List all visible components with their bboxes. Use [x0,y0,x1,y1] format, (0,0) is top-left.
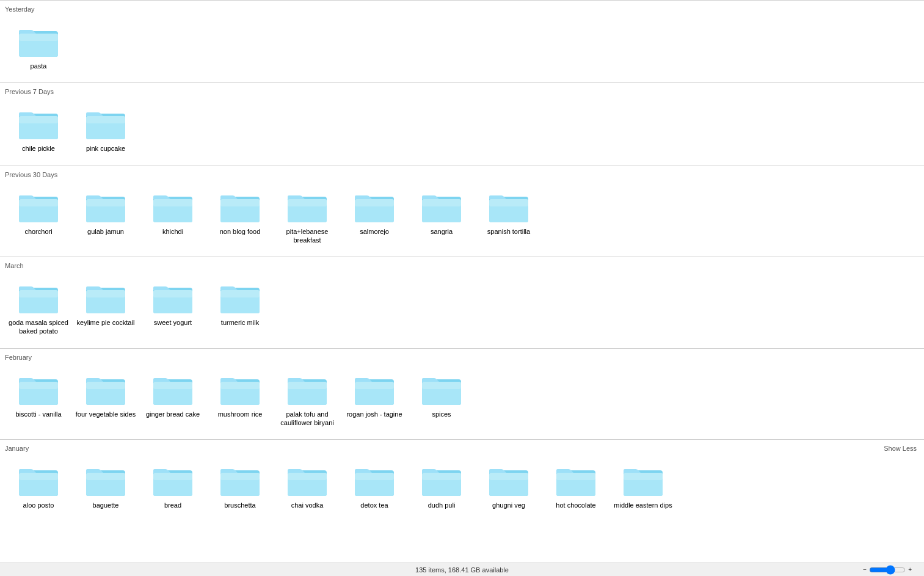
svg-rect-83 [355,473,394,480]
zoom-out-icon[interactable]: − [863,566,867,573]
folder-label: goda masala spiced baked potato [8,318,69,336]
folder-grid-previous30days: chorchorigulab jamunkhichdinon blog food… [0,181,924,257]
folder-item[interactable]: goda masala spiced baked potato [5,277,72,341]
folder-icon [85,191,126,225]
svg-rect-44 [220,290,260,297]
folder-icon [18,108,59,142]
folder-label: middle eastern dips [614,501,672,509]
folder-item[interactable]: mushroom rice [206,368,274,432]
folder-label: spices [432,410,451,418]
folder-item[interactable]: khichdi [139,186,206,250]
folder-icon [18,464,59,498]
folder-item[interactable]: pasta [5,20,72,75]
folder-label: gulab jamun [87,227,124,236]
section-header-march: March [0,261,924,272]
folder-label: chai vodka [291,501,324,509]
folder-item[interactable]: chile pickle [5,103,72,158]
folder-item[interactable]: salmorejo [341,186,408,250]
folder-item[interactable]: turmeric milk [206,277,274,341]
zoom-slider-area[interactable]: − + [863,565,912,575]
folder-label: keylime pie cocktail [77,318,135,327]
folder-icon [488,464,529,498]
folder-label: chorchori [24,227,52,236]
folder-item[interactable]: biscotti - vanilla [5,368,72,432]
folder-label: four vegetable sides [76,410,136,418]
folder-item[interactable]: chorchori [5,186,72,250]
folder-icon [421,464,462,498]
folder-item[interactable]: sweet yogurt [139,277,206,341]
folder-icon [219,191,261,225]
folder-item[interactable]: bruschetta [206,459,274,514]
folder-label: aloo posto [23,501,54,509]
folder-item[interactable]: chai vodka [274,459,341,514]
section-title-previous7days: Previous 7 Days [5,88,54,95]
folder-item[interactable]: pink cupcake [72,103,139,158]
folder-label: bread [164,501,181,509]
folder-grid-march: goda masala spiced baked potatokeylime p… [0,272,924,348]
folder-item[interactable]: bread [139,459,206,514]
folder-icon [421,373,462,407]
folder-item[interactable]: spices [408,368,475,432]
folder-item[interactable]: ghugni veg [475,459,542,514]
folder-icon [152,464,194,498]
folder-label: mushroom rice [218,410,263,418]
folder-grid-previous7days: chile picklepink cupcake [0,98,924,165]
zoom-slider[interactable] [869,565,906,575]
svg-rect-2 [19,34,58,41]
folder-item[interactable]: ginger bread cake [139,368,206,432]
section-previous7days: Previous 7 Dayschile picklepink cupcake [0,82,924,165]
folder-grid-january: aloo postobaguettebreadbruschettachai vo… [0,454,924,522]
folder-label: detox tea [360,501,388,509]
svg-rect-32 [489,199,528,206]
folder-icon [18,373,59,407]
folder-label: salmorejo [360,227,389,236]
folder-icon [488,191,529,225]
svg-rect-77 [220,473,260,480]
svg-rect-92 [556,473,595,480]
folder-icon [219,373,261,407]
folder-icon [286,191,328,225]
folder-item[interactable]: palak tofu and cauliflower biryani [274,368,341,432]
folder-item[interactable]: four vegetable sides [72,368,139,432]
svg-rect-59 [288,382,327,389]
section-title-february: February [5,354,32,361]
folder-item[interactable]: hot chocolate [542,459,609,514]
svg-rect-29 [422,199,461,206]
svg-rect-41 [153,290,192,297]
status-bar: 135 items, 168.41 GB available − + [0,563,924,576]
folder-icon [152,373,194,407]
folder-item[interactable]: middle eastern dips [609,459,677,514]
folder-item[interactable]: dudh puli [408,459,475,514]
folder-item[interactable]: pita+lebanese breakfast [274,186,341,250]
show-less-button-january[interactable]: Show Less [884,445,917,452]
folder-item[interactable]: spanish tortilla [475,186,542,250]
svg-rect-47 [19,382,58,389]
section-header-previous7days: Previous 7 Days [0,87,924,98]
svg-rect-11 [19,199,58,206]
svg-rect-38 [86,290,125,297]
folder-icon [152,191,194,225]
svg-rect-53 [153,382,192,389]
section-march: Marchgoda masala spiced baked potatokeyl… [0,257,924,348]
folder-item[interactable]: gulab jamun [72,186,139,250]
content-area: YesterdaypastaPrevious 7 Dayschile pickl… [0,0,924,537]
svg-rect-65 [422,382,461,389]
folder-icon [555,464,597,498]
folder-item[interactable]: baguette [72,459,139,514]
folder-icon [286,464,328,498]
folder-grid-yesterday: pasta [0,15,924,82]
section-header-january: JanuaryShow Less [0,443,924,454]
folder-item[interactable]: sangria [408,186,475,250]
folder-item[interactable]: detox tea [341,459,408,514]
folder-item[interactable]: rogan josh - tagine [341,368,408,432]
folder-label: palak tofu and cauliflower biryani [277,410,338,428]
zoom-in-icon[interactable]: + [908,566,912,573]
folder-icon [85,464,126,498]
folder-item[interactable]: non blog food [206,186,274,250]
folder-icon [219,464,261,498]
folder-item[interactable]: aloo posto [5,459,72,514]
folder-icon [85,282,126,316]
folder-item[interactable]: keylime pie cocktail [72,277,139,341]
section-title-previous30days: Previous 30 Days [5,171,57,178]
folder-label: turmeric milk [221,318,259,327]
